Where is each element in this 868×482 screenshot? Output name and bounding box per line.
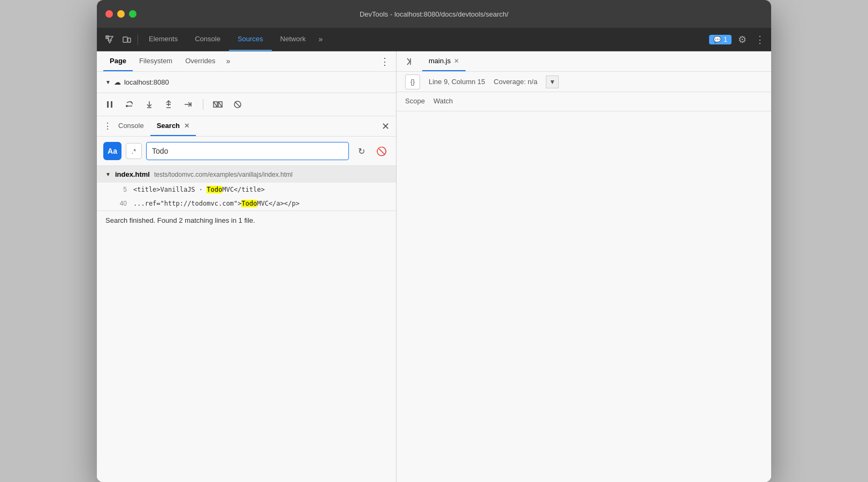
pretty-print-button[interactable]: {} bbox=[405, 74, 420, 89]
sources-tab-more[interactable]: » bbox=[222, 51, 235, 71]
svg-point-6 bbox=[126, 105, 128, 107]
svg-line-19 bbox=[235, 102, 240, 107]
refresh-search-button[interactable]: ↻ bbox=[353, 143, 369, 159]
maximize-button[interactable] bbox=[129, 10, 136, 18]
step-over-button[interactable] bbox=[123, 97, 136, 111]
sources-more-options-icon[interactable]: ⋮ bbox=[380, 56, 390, 67]
devtools-window: DevTools - localhost:8080/docs/devtools/… bbox=[97, 0, 771, 482]
clear-search-button[interactable]: 🚫 bbox=[374, 143, 390, 159]
scope-label: Scope bbox=[405, 97, 425, 105]
tab-more[interactable]: » bbox=[314, 28, 327, 51]
result-line-num-5: 5 bbox=[114, 186, 127, 193]
line-column-info: Line 9, Column 15 bbox=[429, 78, 485, 86]
bottom-tab-search[interactable]: Search ✕ bbox=[150, 116, 196, 136]
bottom-tab-console[interactable]: Console bbox=[112, 116, 150, 136]
search-area: Aa .* ↻ 🚫 bbox=[97, 137, 396, 166]
code-match-1: Todo bbox=[241, 200, 257, 207]
console-badge-button[interactable]: 💬 1 bbox=[709, 35, 732, 44]
file-tab-label: main.js bbox=[429, 57, 451, 65]
svg-line-15 bbox=[214, 102, 217, 107]
close-bottom-panel-button[interactable]: ✕ bbox=[382, 120, 390, 132]
svg-line-17 bbox=[218, 102, 222, 107]
watch-label: Watch bbox=[433, 97, 453, 105]
device-toggle-icon[interactable] bbox=[118, 28, 135, 51]
badge-count: 1 bbox=[724, 36, 727, 43]
clear-icon: 🚫 bbox=[376, 146, 387, 156]
coverage-download-button[interactable]: ▼ bbox=[546, 76, 559, 88]
svg-rect-2 bbox=[128, 38, 131, 42]
title-bar: DevTools - localhost:8080/docs/devtools/… bbox=[97, 0, 771, 28]
pause-button[interactable] bbox=[103, 98, 116, 111]
step-button[interactable] bbox=[181, 98, 195, 111]
step-into-button[interactable] bbox=[143, 98, 156, 111]
left-panel: Page Filesystem Overrides » ⋮ ▼ bbox=[97, 51, 397, 482]
tab-divider bbox=[138, 34, 138, 45]
tab-elements[interactable]: Elements bbox=[140, 28, 186, 51]
disable-breakpoints-button[interactable] bbox=[231, 98, 244, 111]
close-search-tab-button[interactable]: ✕ bbox=[184, 122, 189, 130]
search-status-text: Search finished. Found 2 matching lines … bbox=[105, 216, 255, 224]
regex-button[interactable]: .* bbox=[126, 143, 142, 159]
svg-rect-3 bbox=[107, 101, 109, 108]
aa-label: Aa bbox=[108, 147, 117, 155]
right-panel-tabs: main.js ✕ bbox=[397, 51, 771, 72]
chevron-right-icon: ▼ bbox=[105, 171, 111, 177]
download-icon: ▼ bbox=[549, 78, 555, 86]
code-after-0: MVC</title> bbox=[222, 186, 264, 193]
more-options-icon[interactable]: ⋮ bbox=[753, 34, 767, 46]
chevron-down-icon: ▼ bbox=[105, 79, 111, 85]
search-tab-label: Search bbox=[157, 122, 180, 130]
search-row: Aa .* ↻ 🚫 bbox=[103, 142, 390, 160]
content-area: Page Filesystem Overrides » ⋮ ▼ bbox=[97, 51, 771, 482]
bottom-tabs-row: ⋮ Console Search ✕ ✕ bbox=[97, 116, 396, 137]
settings-icon[interactable]: ⚙ bbox=[736, 34, 749, 46]
close-file-tab-button[interactable]: ✕ bbox=[454, 57, 459, 65]
scope-watch-tabs: Scope Watch bbox=[397, 92, 771, 111]
file-info-bar: {} Line 9, Column 15 Coverage: n/a ▼ bbox=[397, 72, 771, 92]
tab-console[interactable]: Console bbox=[186, 28, 229, 51]
code-match-0: Todo bbox=[207, 186, 222, 193]
code-before-0: <title>VanillaJS · bbox=[133, 186, 207, 193]
file-tab-mainjs[interactable]: main.js ✕ bbox=[422, 51, 466, 71]
regex-label: .* bbox=[132, 147, 136, 155]
result-line-code-5: <title>VanillaJS · TodoMVC</title> bbox=[133, 186, 265, 193]
result-line-num-40: 40 bbox=[114, 200, 127, 207]
scope-tab-scope[interactable]: Scope bbox=[405, 97, 425, 106]
minimize-button[interactable] bbox=[117, 10, 125, 18]
devtools-tabs-bar: Elements Console Sources Network » 💬 1 ⚙… bbox=[97, 28, 771, 51]
sources-sub-tabs: Page Filesystem Overrides » ⋮ bbox=[97, 51, 396, 72]
result-file-header[interactable]: ▼ index.html tests/todomvc.com/examples/… bbox=[97, 166, 396, 183]
debug-divider bbox=[203, 99, 203, 110]
search-results: ▼ index.html tests/todomvc.com/examples/… bbox=[97, 166, 396, 482]
file-tree-host-item[interactable]: ▼ ☁ localhost:8080 bbox=[97, 76, 396, 88]
collapse-panel-icon[interactable] bbox=[403, 54, 418, 69]
bottom-tabs-menu-icon[interactable]: ⋮ bbox=[103, 121, 112, 131]
search-input[interactable] bbox=[146, 142, 349, 160]
blackbox-icon[interactable] bbox=[211, 98, 225, 111]
result-line-5[interactable]: 5 <title>VanillaJS · TodoMVC</title> bbox=[97, 183, 396, 197]
result-line-40[interactable]: 40 ...ref="http://todomvc.com">TodoMVC</… bbox=[97, 197, 396, 210]
code-before-1: ...ref="http://todomvc.com"> bbox=[133, 200, 241, 207]
result-line-code-40: ...ref="http://todomvc.com">TodoMVC</a><… bbox=[133, 200, 300, 207]
sources-tab-overrides[interactable]: Overrides bbox=[179, 51, 222, 71]
close-button[interactable] bbox=[105, 10, 113, 18]
traffic-lights bbox=[105, 10, 136, 18]
right-panel: main.js ✕ {} Line 9, Column 15 Coverage:… bbox=[397, 51, 771, 482]
cloud-icon: ☁ bbox=[114, 78, 121, 86]
svg-rect-4 bbox=[111, 101, 112, 108]
chat-icon: 💬 bbox=[713, 36, 721, 43]
case-sensitive-button[interactable]: Aa bbox=[103, 142, 121, 160]
search-status: Search finished. Found 2 matching lines … bbox=[97, 210, 396, 230]
scope-tab-watch[interactable]: Watch bbox=[433, 97, 453, 106]
code-after-1: MVC</a></p> bbox=[257, 200, 299, 207]
step-out-button[interactable] bbox=[162, 98, 175, 111]
result-file-path: tests/todomvc.com/examples/vanillajs/ind… bbox=[154, 171, 293, 178]
sources-tab-filesystem[interactable]: Filesystem bbox=[133, 51, 179, 71]
tab-network[interactable]: Network bbox=[272, 28, 315, 51]
svg-rect-1 bbox=[123, 37, 127, 42]
sources-tab-page[interactable]: Page bbox=[103, 51, 133, 71]
tab-sources[interactable]: Sources bbox=[229, 28, 272, 51]
debugger-toolbar bbox=[97, 93, 396, 116]
inspect-icon[interactable] bbox=[101, 28, 118, 51]
result-file-name: index.html bbox=[115, 170, 150, 178]
